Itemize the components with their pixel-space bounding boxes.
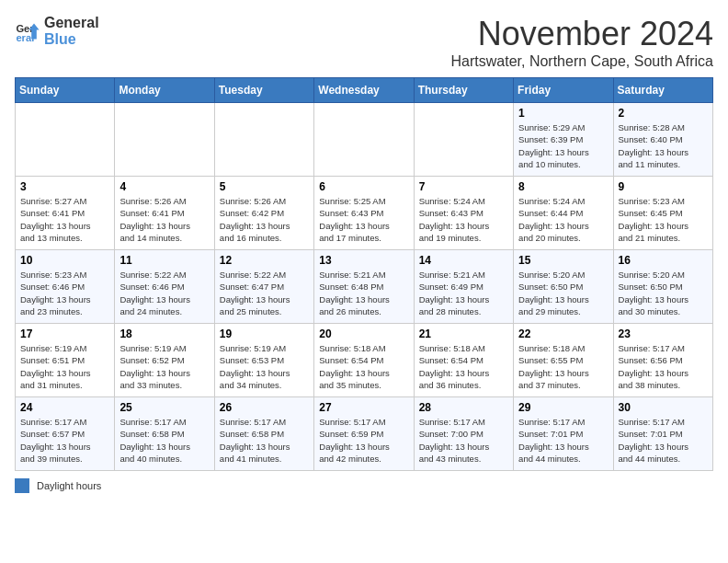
day-info: Sunrise: 5:25 AM Sunset: 6:43 PM Dayligh…	[319, 195, 408, 244]
calendar-cell: 4Sunrise: 5:26 AM Sunset: 6:41 PM Daylig…	[115, 177, 214, 250]
calendar-cell: 27Sunrise: 5:17 AM Sunset: 6:59 PM Dayli…	[314, 397, 414, 471]
day-info: Sunrise: 5:18 AM Sunset: 6:54 PM Dayligh…	[419, 342, 508, 391]
day-info: Sunrise: 5:24 AM Sunset: 6:44 PM Dayligh…	[518, 195, 608, 244]
calendar-cell: 10Sunrise: 5:23 AM Sunset: 6:46 PM Dayli…	[16, 250, 115, 324]
day-header-saturday: Saturday	[613, 78, 712, 103]
calendar-cell: 17Sunrise: 5:19 AM Sunset: 6:51 PM Dayli…	[16, 324, 115, 397]
day-number: 8	[518, 180, 608, 193]
day-number: 28	[419, 401, 508, 414]
day-number: 4	[119, 180, 209, 193]
day-header-tuesday: Tuesday	[214, 78, 313, 103]
day-number: 26	[220, 401, 309, 414]
day-info: Sunrise: 5:18 AM Sunset: 6:55 PM Dayligh…	[518, 342, 608, 391]
calendar-cell	[314, 103, 414, 177]
day-info: Sunrise: 5:22 AM Sunset: 6:46 PM Dayligh…	[119, 269, 209, 317]
calendar-cell	[414, 103, 513, 177]
calendar-cell: 9Sunrise: 5:23 AM Sunset: 6:45 PM Daylig…	[613, 177, 712, 250]
calendar-cell: 2Sunrise: 5:28 AM Sunset: 6:40 PM Daylig…	[613, 103, 712, 177]
day-number: 22	[518, 327, 608, 340]
subtitle: Hartswater, Northern Cape, South Africa	[451, 53, 713, 70]
day-info: Sunrise: 5:17 AM Sunset: 6:57 PM Dayligh…	[20, 416, 109, 465]
day-info: Sunrise: 5:23 AM Sunset: 6:46 PM Dayligh…	[20, 269, 109, 317]
day-number: 18	[119, 327, 209, 340]
calendar-cell	[16, 103, 115, 177]
legend-box	[15, 478, 29, 493]
day-number: 3	[20, 180, 109, 193]
calendar-cell: 14Sunrise: 5:21 AM Sunset: 6:49 PM Dayli…	[414, 250, 513, 324]
day-number: 5	[220, 180, 309, 193]
calendar-week-row: 24Sunrise: 5:17 AM Sunset: 6:57 PM Dayli…	[16, 397, 713, 471]
calendar-cell: 7Sunrise: 5:24 AM Sunset: 6:43 PM Daylig…	[414, 177, 513, 250]
calendar-cell: 13Sunrise: 5:21 AM Sunset: 6:48 PM Dayli…	[314, 250, 414, 324]
day-info: Sunrise: 5:27 AM Sunset: 6:41 PM Dayligh…	[20, 195, 109, 244]
day-number: 1	[518, 107, 608, 120]
calendar-week-row: 3Sunrise: 5:27 AM Sunset: 6:41 PM Daylig…	[16, 177, 713, 250]
day-number: 17	[20, 327, 109, 340]
calendar-cell: 21Sunrise: 5:18 AM Sunset: 6:54 PM Dayli…	[414, 324, 513, 397]
day-number: 21	[419, 327, 508, 340]
calendar-cell: 29Sunrise: 5:17 AM Sunset: 7:01 PM Dayli…	[514, 397, 613, 471]
day-info: Sunrise: 5:19 AM Sunset: 6:53 PM Dayligh…	[220, 342, 309, 391]
day-number: 30	[619, 401, 708, 414]
calendar-cell: 30Sunrise: 5:17 AM Sunset: 7:01 PM Dayli…	[613, 397, 712, 471]
calendar-cell: 28Sunrise: 5:17 AM Sunset: 7:00 PM Dayli…	[414, 397, 513, 471]
day-info: Sunrise: 5:23 AM Sunset: 6:45 PM Dayligh…	[619, 195, 708, 244]
day-info: Sunrise: 5:20 AM Sunset: 6:50 PM Dayligh…	[619, 269, 708, 317]
day-info: Sunrise: 5:17 AM Sunset: 6:58 PM Dayligh…	[220, 416, 309, 465]
logo: Gen eral General Blue	[15, 15, 99, 47]
legend: Daylight hours	[15, 478, 713, 493]
day-info: Sunrise: 5:22 AM Sunset: 6:47 PM Dayligh…	[220, 269, 309, 317]
calendar-cell: 1Sunrise: 5:29 AM Sunset: 6:39 PM Daylig…	[514, 103, 613, 177]
day-info: Sunrise: 5:26 AM Sunset: 6:41 PM Dayligh…	[119, 195, 209, 244]
calendar-cell: 16Sunrise: 5:20 AM Sunset: 6:50 PM Dayli…	[613, 250, 712, 324]
logo-line2: Blue	[44, 31, 99, 48]
calendar-cell: 25Sunrise: 5:17 AM Sunset: 6:58 PM Dayli…	[115, 397, 214, 471]
calendar-week-row: 10Sunrise: 5:23 AM Sunset: 6:46 PM Dayli…	[16, 250, 713, 324]
calendar-cell	[115, 103, 214, 177]
day-info: Sunrise: 5:17 AM Sunset: 7:01 PM Dayligh…	[518, 416, 608, 465]
day-number: 25	[119, 401, 209, 414]
title-block: November 2024 Hartswater, Northern Cape,…	[451, 15, 713, 70]
day-info: Sunrise: 5:18 AM Sunset: 6:54 PM Dayligh…	[319, 342, 408, 391]
day-number: 13	[319, 254, 408, 267]
calendar-week-row: 1Sunrise: 5:29 AM Sunset: 6:39 PM Daylig…	[16, 103, 713, 177]
day-info: Sunrise: 5:29 AM Sunset: 6:39 PM Dayligh…	[518, 121, 608, 170]
calendar-cell: 3Sunrise: 5:27 AM Sunset: 6:41 PM Daylig…	[16, 177, 115, 250]
day-info: Sunrise: 5:26 AM Sunset: 6:42 PM Dayligh…	[220, 195, 309, 244]
calendar-cell: 20Sunrise: 5:18 AM Sunset: 6:54 PM Dayli…	[314, 324, 414, 397]
calendar-cell: 6Sunrise: 5:25 AM Sunset: 6:43 PM Daylig…	[314, 177, 414, 250]
day-number: 20	[319, 327, 408, 340]
day-number: 6	[319, 180, 408, 193]
day-header-monday: Monday	[115, 78, 214, 103]
day-info: Sunrise: 5:20 AM Sunset: 6:50 PM Dayligh…	[518, 269, 608, 317]
day-number: 24	[20, 401, 109, 414]
day-info: Sunrise: 5:24 AM Sunset: 6:43 PM Dayligh…	[419, 195, 508, 244]
calendar-cell: 18Sunrise: 5:19 AM Sunset: 6:52 PM Dayli…	[115, 324, 214, 397]
day-info: Sunrise: 5:19 AM Sunset: 6:52 PM Dayligh…	[119, 342, 209, 391]
day-info: Sunrise: 5:17 AM Sunset: 7:00 PM Dayligh…	[419, 416, 508, 465]
calendar-week-row: 17Sunrise: 5:19 AM Sunset: 6:51 PM Dayli…	[16, 324, 713, 397]
day-info: Sunrise: 5:17 AM Sunset: 7:01 PM Dayligh…	[619, 416, 708, 465]
day-header-wednesday: Wednesday	[314, 78, 414, 103]
calendar-cell: 23Sunrise: 5:17 AM Sunset: 6:56 PM Dayli…	[613, 324, 712, 397]
day-number: 7	[419, 180, 508, 193]
page-header: Gen eral General Blue November 2024 Hart…	[15, 15, 713, 70]
calendar-table: SundayMondayTuesdayWednesdayThursdayFrid…	[15, 77, 713, 471]
day-number: 15	[518, 254, 608, 267]
day-header-friday: Friday	[514, 78, 613, 103]
day-info: Sunrise: 5:28 AM Sunset: 6:40 PM Dayligh…	[619, 121, 708, 170]
calendar-cell: 15Sunrise: 5:20 AM Sunset: 6:50 PM Dayli…	[514, 250, 613, 324]
day-number: 19	[220, 327, 309, 340]
calendar-cell: 12Sunrise: 5:22 AM Sunset: 6:47 PM Dayli…	[214, 250, 313, 324]
calendar-cell: 8Sunrise: 5:24 AM Sunset: 6:44 PM Daylig…	[514, 177, 613, 250]
day-number: 10	[20, 254, 109, 267]
day-info: Sunrise: 5:17 AM Sunset: 6:58 PM Dayligh…	[119, 416, 209, 465]
day-info: Sunrise: 5:17 AM Sunset: 6:59 PM Dayligh…	[319, 416, 408, 465]
calendar-header-row: SundayMondayTuesdayWednesdayThursdayFrid…	[16, 78, 713, 103]
day-number: 11	[119, 254, 209, 267]
legend-label: Daylight hours	[37, 480, 101, 491]
day-number: 9	[619, 180, 708, 193]
calendar-cell: 22Sunrise: 5:18 AM Sunset: 6:55 PM Dayli…	[514, 324, 613, 397]
logo-line1: General	[44, 15, 99, 31]
day-number: 27	[319, 401, 408, 414]
